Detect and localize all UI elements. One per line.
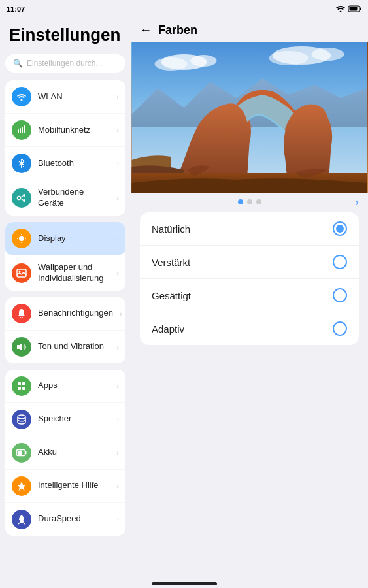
adaptiv-label: Adaptiv	[152, 323, 333, 335]
dot-3	[256, 199, 261, 204]
svg-rect-28	[22, 387, 25, 390]
svg-rect-3	[350, 7, 358, 10]
storage-chevron: ›	[116, 416, 119, 423]
svg-marker-33	[17, 482, 26, 491]
svg-rect-8	[24, 125, 25, 133]
duraspeed-icon	[12, 510, 31, 529]
dot-1	[238, 199, 243, 204]
assistant-label: Intelligente Hilfe	[38, 480, 110, 491]
connected-chevron: ›	[116, 194, 119, 202]
sidebar-item-duraspeed[interactable]: DuraSpeed ›	[5, 503, 125, 536]
sidebar-item-assistant[interactable]: Intelligente Hilfe ›	[5, 470, 125, 503]
sidebar-item-connected[interactable]: Verbundene Geräte ›	[5, 180, 125, 216]
natuerlich-radio[interactable]	[333, 221, 347, 236]
sidebar-item-notifications[interactable]: Benachrichtigungen ›	[5, 297, 125, 331]
svg-point-17	[19, 236, 24, 241]
svg-point-0	[340, 11, 342, 13]
svg-rect-27	[18, 387, 21, 390]
svg-line-16	[21, 199, 24, 200]
svg-point-38	[191, 55, 217, 67]
assistant-icon	[12, 476, 31, 496]
connected-label: Verbundene Geräte	[38, 187, 110, 209]
natuerlich-label: Natürlich	[152, 223, 333, 235]
sound-label: Ton und Vibration	[38, 341, 110, 352]
sidebar-item-battery[interactable]: Akku ›	[5, 436, 125, 470]
back-button[interactable]: ←	[140, 24, 152, 37]
sidebar-title: Einstellungen	[5, 25, 125, 45]
search-placeholder: Einstellungen durch...	[27, 59, 102, 68]
svg-point-29	[18, 415, 25, 419]
color-option-adaptiv[interactable]: Adaptiv	[140, 312, 359, 345]
color-option-natuerlich[interactable]: Natürlich	[140, 212, 359, 246]
apps-label: Apps	[38, 380, 110, 391]
right-panel: ← Farben	[131, 18, 368, 578]
settings-group-network: WLAN › Mobilfunknetz ›	[5, 80, 125, 216]
gesaettigt-label: Gesättigt	[152, 290, 333, 301]
sidebar-item-wlan[interactable]: WLAN ›	[5, 80, 125, 114]
connected-icon	[12, 188, 31, 208]
bluetooth-icon	[12, 154, 31, 173]
wlan-icon	[12, 87, 31, 106]
mobile-label: Mobilfunknetz	[38, 125, 110, 136]
main-layout: Einstellungen 🔍 Einstellungen durch... W…	[0, 18, 368, 578]
next-arrow[interactable]: ›	[355, 195, 359, 209]
wallpaper-icon	[12, 263, 31, 283]
gesaettigt-radio[interactable]	[333, 288, 347, 302]
sound-chevron: ›	[116, 343, 119, 351]
color-preview-image	[131, 42, 368, 193]
svg-rect-26	[22, 382, 25, 385]
color-options-list: Natürlich Verstärkt Gesättigt Adaptiv	[140, 212, 359, 345]
bluetooth-chevron: ›	[116, 159, 119, 167]
svg-line-15	[21, 196, 24, 197]
svg-point-23	[19, 270, 21, 272]
panel-title: Farben	[158, 24, 197, 37]
battery-chevron: ›	[116, 449, 119, 457]
wlan-chevron: ›	[116, 93, 119, 101]
sidebar-item-display[interactable]: Display ›	[5, 222, 125, 255]
svg-point-40	[269, 51, 309, 65]
sidebar-item-apps[interactable]: Apps ›	[5, 370, 125, 403]
svg-rect-31	[25, 451, 27, 454]
search-bar[interactable]: 🔍 Einstellungen durch...	[5, 54, 125, 73]
wallpaper-chevron: ›	[116, 269, 119, 277]
mobile-chevron: ›	[116, 126, 119, 134]
assistant-chevron: ›	[116, 482, 119, 490]
settings-group-display: Display › Wallpaper und Individualisieru…	[5, 222, 125, 291]
mobile-icon	[12, 120, 31, 140]
svg-rect-25	[18, 382, 21, 385]
battery-label: Akku	[38, 447, 110, 458]
battery-icon	[12, 443, 31, 463]
svg-point-14	[23, 199, 25, 202]
sidebar-item-storage[interactable]: Speicher ›	[5, 403, 125, 436]
display-icon	[12, 229, 31, 248]
svg-point-37	[155, 57, 188, 71]
sidebar-item-wallpaper[interactable]: Wallpaper und Individualisierung ›	[5, 255, 125, 291]
apps-chevron: ›	[116, 382, 119, 390]
bottom-bar	[152, 582, 217, 585]
color-option-gesaettigt[interactable]: Gesättigt	[140, 279, 359, 312]
panel-header: ← Farben	[131, 18, 368, 42]
sidebar-item-mobile[interactable]: Mobilfunknetz ›	[5, 114, 125, 147]
verstaerkt-radio[interactable]	[333, 255, 347, 269]
sound-icon	[12, 337, 31, 357]
status-bar: 11:07	[0, 0, 368, 18]
wallpaper-label: Wallpaper und Individualisierung	[38, 262, 110, 284]
display-chevron: ›	[116, 235, 119, 242]
svg-point-41	[312, 48, 344, 61]
dots-indicator: ›	[131, 193, 368, 208]
adaptiv-radio[interactable]	[333, 321, 347, 336]
sidebar-item-sound[interactable]: Ton und Vibration ›	[5, 331, 125, 363]
svg-rect-6	[20, 128, 21, 133]
color-option-verstaerkt[interactable]: Verstärkt	[140, 246, 359, 279]
dot-2	[247, 199, 252, 204]
svg-point-12	[18, 197, 21, 200]
verstaerkt-label: Verstärkt	[152, 257, 333, 268]
duraspeed-label: DuraSpeed	[38, 514, 110, 525]
svg-point-4	[21, 99, 23, 101]
notifications-label: Benachrichtigungen	[38, 308, 113, 319]
settings-group-apps: Apps › Speicher ›	[5, 370, 125, 536]
sidebar-item-bluetooth[interactable]: Bluetooth ›	[5, 147, 125, 180]
svg-rect-2	[360, 7, 361, 10]
svg-rect-34	[20, 520, 24, 523]
storage-label: Speicher	[38, 414, 110, 425]
